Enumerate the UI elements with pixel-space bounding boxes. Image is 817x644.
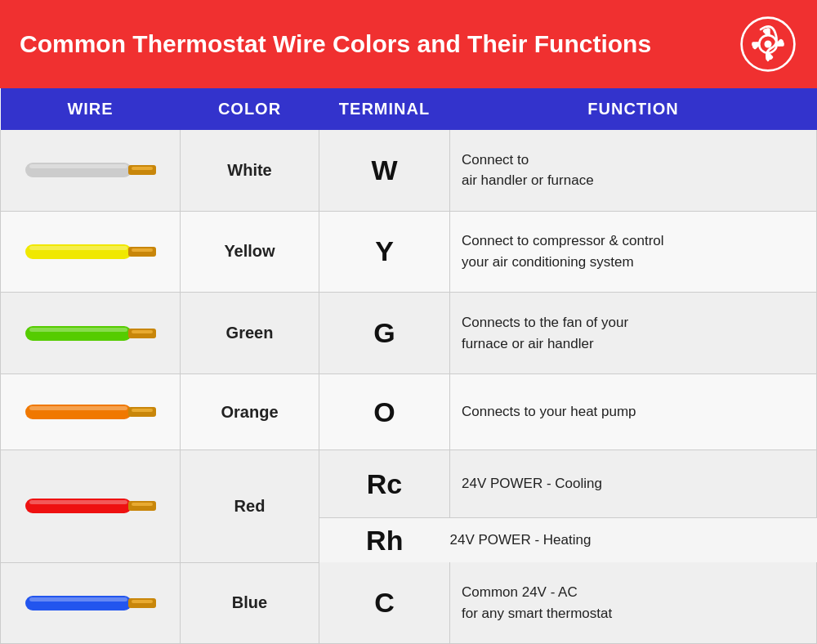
svg-rect-28 — [29, 500, 127, 504]
page-wrapper: Common Thermostat Wire Colors and Their … — [0, 0, 817, 644]
color-cell-red: Red — [181, 449, 319, 562]
table-row: Green G Connects to the fan of yourfurna… — [1, 293, 817, 374]
terminal-cell-yellow: Y — [319, 211, 450, 293]
header: Common Thermostat Wire Colors and Their … — [0, 0, 817, 88]
svg-rect-30 — [132, 503, 153, 506]
wire-graphic — [17, 391, 164, 432]
table-row: Orange O Connects to your heat pump — [1, 374, 817, 450]
wire-cell-blue — [1, 562, 181, 643]
wire-graphic — [17, 231, 164, 272]
wire-graphic — [17, 313, 164, 354]
col-header-wire: WIRE — [1, 88, 181, 130]
wire-cell-white — [1, 130, 181, 211]
table-container: WIRE COLOR TERMINAL FUNCTION White W Con… — [0, 88, 817, 644]
function-cell-orange: Connects to your heat pump — [450, 374, 817, 450]
wire-graphic — [17, 485, 164, 526]
col-header-function: FUNCTION — [450, 88, 817, 130]
color-cell-green: Green — [181, 293, 319, 374]
svg-rect-22 — [132, 330, 153, 333]
wire-cell-yellow — [1, 211, 181, 293]
table-header-row: WIRE COLOR TERMINAL FUNCTION — [1, 88, 817, 130]
col-header-terminal: TERMINAL — [319, 88, 450, 130]
table-row: Red Rc 24V POWER - Cooling — [1, 449, 817, 517]
svg-rect-18 — [132, 248, 153, 252]
logo-icon — [739, 15, 797, 74]
terminal-cell-white: W — [319, 130, 450, 211]
color-cell-yellow: Yellow — [181, 211, 319, 293]
function-cell-green: Connects to the fan of yourfurnace or ai… — [450, 293, 817, 374]
svg-rect-16 — [29, 246, 127, 250]
svg-point-2 — [765, 41, 772, 48]
svg-rect-14 — [132, 167, 153, 170]
function-cell-white: Connect toair handler or furnace — [450, 130, 817, 211]
svg-rect-32 — [29, 597, 127, 602]
function-cell-rc: 24V POWER - Cooling — [450, 449, 817, 517]
color-cell-white: White — [181, 130, 319, 211]
table-row: White W Connect toair handler or furnace — [1, 130, 817, 211]
function-cell-yellow: Connect to compressor & controlyour air … — [450, 211, 817, 293]
color-cell-blue: Blue — [181, 562, 319, 643]
page-title: Common Thermostat Wire Colors and Their … — [20, 30, 739, 58]
svg-rect-24 — [29, 406, 127, 410]
terminal-cell-blue: C — [319, 562, 450, 643]
svg-rect-12 — [29, 164, 127, 168]
table-row: Blue C Common 24V - ACfor any smart ther… — [1, 562, 817, 643]
table-row: Yellow Y Connect to compressor & control… — [1, 211, 817, 293]
function-cell-blue: Common 24V - ACfor any smart thermostat — [450, 562, 817, 643]
svg-rect-26 — [132, 409, 153, 412]
wire-cell-orange — [1, 374, 181, 450]
col-header-color: COLOR — [181, 88, 319, 130]
terminal-cell-rc: Rc — [319, 449, 450, 517]
wire-graphic — [17, 150, 164, 190]
terminal-cell-orange: O — [319, 374, 450, 450]
terminal-cell-green: G — [319, 293, 450, 374]
wire-cell-red — [1, 449, 181, 562]
terminal-cell-rh: Rh — [319, 518, 450, 563]
wire-cell-green — [1, 293, 181, 374]
color-cell-orange: Orange — [181, 374, 319, 450]
svg-rect-20 — [29, 328, 127, 332]
wire-table: WIRE COLOR TERMINAL FUNCTION White W Con… — [0, 88, 817, 644]
svg-rect-34 — [132, 600, 153, 603]
function-cell-rh: 24V POWER - Heating — [450, 518, 817, 563]
wire-graphic — [17, 583, 164, 624]
